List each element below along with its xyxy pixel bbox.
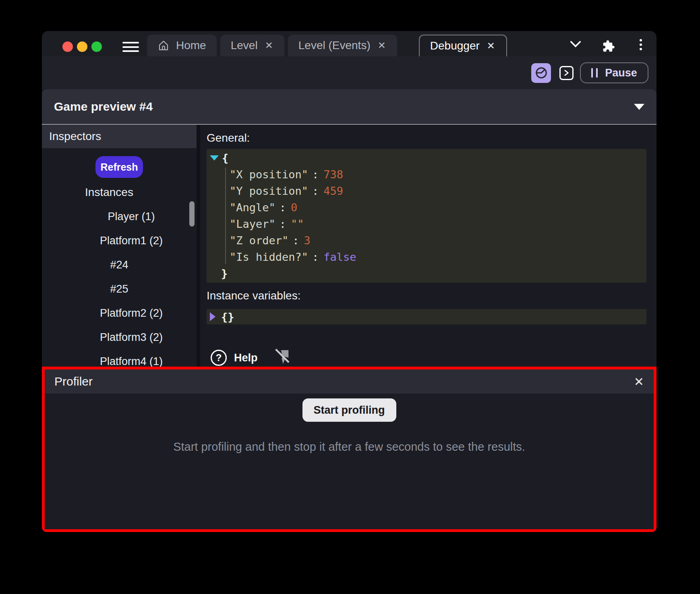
tab-label: Level — [231, 39, 258, 52]
hamburger-menu-icon[interactable] — [122, 42, 139, 52]
instance-variables-label: Instance variables: — [207, 288, 646, 303]
sidebar-item-platform1[interactable]: Platform1 (2) — [42, 229, 197, 253]
profiler-body: Start profiling Start profiling and then… — [45, 394, 654, 529]
pause-label: Pause — [605, 67, 637, 79]
close-window-button[interactable] — [62, 41, 73, 52]
sidebar-item-platform2[interactable]: Platform2 (2) — [42, 301, 197, 325]
close-tab-icon[interactable]: ✕ — [486, 40, 496, 52]
json-row-angle: "Angle" : 0 — [207, 199, 646, 216]
close-icon[interactable]: ✕ — [634, 375, 644, 389]
instance-variables-tree: {} — [207, 309, 646, 324]
pause-icon — [591, 68, 598, 78]
json-value: 0 — [291, 201, 297, 214]
pause-button[interactable]: Pause — [580, 62, 648, 83]
general-section-label: General: — [207, 130, 646, 146]
profiler-panel: Profiler ✕ Start profiling Start profili… — [42, 367, 657, 532]
help-label: Help — [234, 352, 258, 364]
tab-label: Debugger — [430, 39, 480, 52]
refresh-button[interactable]: Refresh — [95, 156, 143, 178]
inspectors-header: Inspectors — [42, 125, 197, 148]
json-row-z-order: "Z order" : 3 — [207, 232, 646, 249]
json-value: 3 — [304, 234, 311, 247]
tab-bar: Home Level ✕ Level (Events) ✕ Debugger ✕ — [42, 31, 657, 56]
general-json-tree: { "X position" : 738 "Y position" : 459 … — [207, 149, 646, 283]
window-controls — [62, 41, 102, 52]
sidebar-item-instance-25[interactable]: #25 — [42, 277, 197, 301]
profiler-header: Profiler ✕ — [45, 369, 654, 394]
tab-label: Home — [176, 39, 206, 52]
json-value: 738 — [323, 168, 343, 181]
tree-guide-line — [225, 167, 226, 264]
expand-triangle-icon[interactable] — [210, 312, 215, 321]
question-mark-icon: ? — [211, 350, 227, 366]
close-tab-icon[interactable]: ✕ — [264, 40, 274, 51]
close-brace: } — [221, 267, 228, 280]
unpin-icon[interactable] — [274, 348, 291, 367]
tab-level[interactable]: Level ✕ — [220, 35, 284, 56]
start-profiling-button[interactable]: Start profiling — [302, 398, 396, 422]
sidebar-item-platform4[interactable]: Platform4 (1) — [42, 349, 197, 367]
kebab-menu-icon[interactable] — [640, 39, 642, 50]
tab-level-events[interactable]: Level (Events) ✕ — [288, 35, 397, 56]
console-icon[interactable] — [559, 66, 574, 80]
app-window: Home Level ✕ Level (Events) ✕ Debugger ✕ — [42, 31, 657, 532]
minimize-window-button[interactable] — [77, 41, 87, 52]
chevron-down-icon[interactable] — [570, 40, 582, 50]
sidebar-scrollbar-thumb[interactable] — [189, 201, 195, 227]
sidebar-item-player[interactable]: Player (1) — [42, 204, 197, 229]
help-row: ? Help — [207, 349, 646, 367]
instances-list: Player (1) Platform1 (2) #24 #25 Platfor… — [42, 204, 197, 367]
tab-label: Level (Events) — [298, 39, 371, 52]
empty-object: {} — [221, 311, 234, 323]
json-value: false — [323, 251, 356, 263]
sidebar-divider — [197, 125, 200, 367]
profiler-title: Profiler — [54, 375, 93, 388]
sidebar-item-instance-24[interactable]: #24 — [42, 253, 197, 277]
game-preview-title: Game preview #4 — [54, 100, 153, 113]
json-value: 459 — [323, 185, 343, 197]
json-row-is-hidden: "Is hidden?" : false — [207, 249, 646, 265]
caret-down-icon — [634, 104, 644, 110]
help-button[interactable]: ? Help — [211, 350, 258, 366]
tab-debugger[interactable]: Debugger ✕ — [419, 35, 507, 56]
json-row-x-position: "X position" : 738 — [207, 166, 646, 183]
json-row-y-position: "Y position" : 459 — [207, 183, 646, 199]
tab-home[interactable]: Home — [147, 35, 217, 56]
open-brace: { — [222, 152, 228, 164]
profiler-gauge-icon[interactable] — [531, 63, 551, 83]
screenshot-stage: Home Level ✕ Level (Events) ✕ Debugger ✕ — [0, 0, 700, 594]
zoom-window-button[interactable] — [91, 41, 102, 52]
debugger-toolbar: Pause — [42, 56, 657, 89]
collapse-triangle-icon[interactable] — [210, 155, 219, 161]
inspectors-sidebar: Inspectors Refresh Instances Player (1) … — [42, 125, 197, 367]
json-value: "" — [291, 218, 304, 230]
sidebar-item-platform3[interactable]: Platform3 (2) — [42, 325, 197, 349]
sidebar-item-instances[interactable]: Instances — [42, 184, 197, 200]
json-row-layer: "Layer" : "" — [207, 216, 646, 232]
tab-strip: Home Level ✕ Level (Events) ✕ Debugger ✕ — [147, 35, 511, 56]
profiler-hint-text: Start profiling and then stop it after a… — [173, 440, 525, 454]
inspector-detail-panel: General: { "X position" : 738 "Y positio… — [200, 125, 657, 367]
extensions-puzzle-icon[interactable] — [602, 40, 615, 54]
debugger-content: Inspectors Refresh Instances Player (1) … — [42, 125, 657, 367]
game-preview-selector[interactable]: Game preview #4 — [42, 89, 657, 125]
home-icon — [157, 39, 170, 52]
close-tab-icon[interactable]: ✕ — [377, 40, 387, 51]
